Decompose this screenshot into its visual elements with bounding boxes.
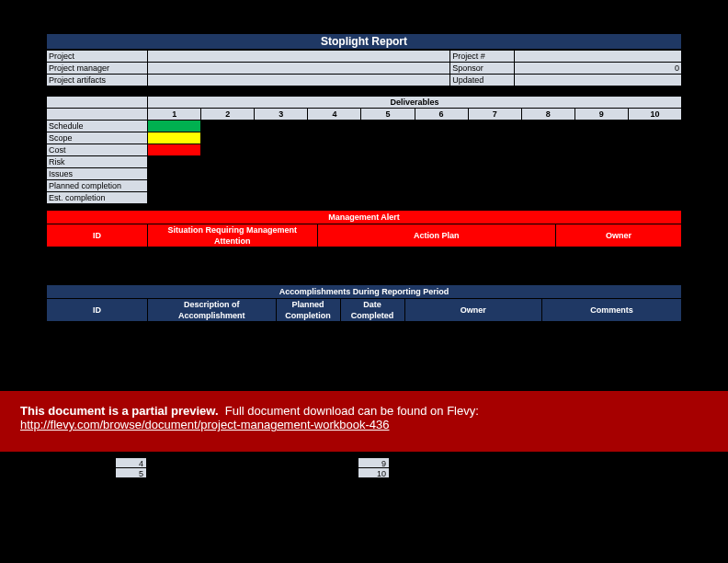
sponsor-label: Sponsor bbox=[450, 63, 515, 75]
project-info-table: Project Project # Project manager Sponso… bbox=[46, 50, 682, 86]
project-number-value bbox=[515, 51, 682, 63]
alert-col-owner: Owner bbox=[556, 224, 682, 247]
accomplishments-table: Accomplishments During Reporting Period … bbox=[46, 284, 682, 322]
row-cost: Cost bbox=[47, 144, 148, 156]
pm-label: Project manager bbox=[47, 63, 148, 75]
banner-rest: Full document download can be found on F… bbox=[225, 404, 479, 418]
accomp-col-owner: Owner bbox=[404, 299, 542, 322]
bottom-right-block: 9 10 bbox=[358, 457, 390, 477]
col-8: 8 bbox=[521, 109, 574, 121]
bottom-left-block: 4 5 bbox=[115, 457, 147, 477]
accomp-col-comments: Comments bbox=[542, 299, 682, 322]
accomp-col-id: ID bbox=[47, 299, 148, 322]
alert-title: Management Alert bbox=[47, 211, 682, 224]
alert-col-situation: Situation Requiring Management Attention bbox=[147, 224, 317, 247]
col-9: 9 bbox=[574, 109, 628, 121]
row-planned: Planned completion bbox=[47, 180, 148, 192]
scope-1 bbox=[148, 132, 201, 144]
banner-link[interactable]: http://flevy.com/browse/document/project… bbox=[20, 418, 390, 431]
report-title: Stoplight Report bbox=[46, 33, 682, 50]
deliverables-header: Deliverables bbox=[148, 97, 682, 109]
artifacts-label: Project artifacts bbox=[47, 75, 148, 86]
bottom-cell-5: 5 bbox=[115, 467, 147, 478]
col-4: 4 bbox=[308, 109, 361, 121]
sponsor-value: 0 bbox=[515, 63, 682, 75]
col-3: 3 bbox=[255, 109, 308, 121]
row-risk: Risk bbox=[47, 156, 148, 168]
updated-value bbox=[515, 75, 682, 86]
deliverables-corner bbox=[47, 97, 148, 109]
col-6: 6 bbox=[415, 109, 468, 121]
schedule-1 bbox=[148, 121, 201, 132]
col-5: 5 bbox=[361, 109, 415, 121]
accomp-col-desc: Description of Accomplishment bbox=[147, 299, 276, 322]
artifacts-value bbox=[147, 75, 449, 86]
cost-1 bbox=[148, 144, 201, 156]
alert-col-id: ID bbox=[47, 224, 148, 247]
accomp-col-planned: Planned Completion bbox=[276, 299, 340, 322]
accomp-title: Accomplishments During Reporting Period bbox=[47, 285, 682, 299]
col-7: 7 bbox=[468, 109, 521, 121]
deliverables-table: Deliverables 1 2 3 4 5 6 7 8 9 10 Schedu… bbox=[46, 96, 682, 204]
pm-value bbox=[147, 63, 449, 75]
row-scope: Scope bbox=[47, 132, 148, 144]
deliverables-col-blank bbox=[47, 109, 148, 121]
col-2: 2 bbox=[201, 109, 255, 121]
project-label: Project bbox=[47, 51, 148, 63]
col-1: 1 bbox=[148, 109, 201, 121]
banner-bold: This document is a partial preview. bbox=[20, 404, 219, 418]
row-est: Est. completion bbox=[47, 192, 148, 204]
management-alert-table: Management Alert ID Situation Requiring … bbox=[46, 210, 682, 247]
col-10: 10 bbox=[628, 109, 681, 121]
row-issues: Issues bbox=[47, 168, 148, 180]
preview-banner: This document is a partial preview. Full… bbox=[0, 391, 728, 452]
updated-label: Updated bbox=[450, 75, 515, 86]
accomp-col-date: Date Completed bbox=[340, 299, 404, 322]
project-number-label: Project # bbox=[450, 51, 515, 63]
project-value bbox=[147, 51, 449, 63]
alert-col-action: Action Plan bbox=[317, 224, 556, 247]
row-schedule: Schedule bbox=[47, 121, 148, 132]
bottom-cell-10: 10 bbox=[358, 467, 390, 478]
